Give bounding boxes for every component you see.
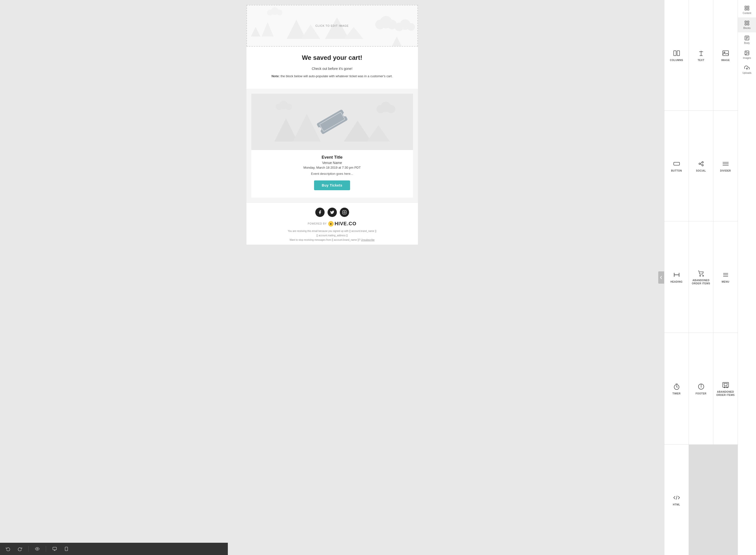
svg-marker-5 — [344, 27, 363, 39]
block-item-columns[interactable]: COLUMNS — [664, 0, 689, 110]
note-label: Note: — [272, 74, 280, 78]
nav-item-content[interactable]: Content — [738, 2, 756, 17]
svg-point-11 — [407, 23, 415, 31]
button-icon — [673, 160, 680, 167]
unsubscribe-link[interactable]: Unsubscribe — [361, 239, 375, 241]
svg-rect-78 — [747, 24, 749, 25]
block-item-text[interactable]: TEXT — [689, 0, 713, 110]
note-text: Note: the block below will auto-populate… — [261, 74, 403, 79]
svg-point-58 — [703, 275, 704, 276]
menu-icon — [722, 271, 729, 278]
block-label-text: TEXT — [698, 58, 705, 62]
note-body: the block below will auto-populate with … — [281, 74, 393, 78]
hive-logo-text: Hive.co — [335, 221, 357, 226]
cart-2-icon — [722, 381, 729, 388]
instagram-icon[interactable] — [340, 208, 349, 217]
image-placeholder-block[interactable]: CLICK TO EDIT IMAGE — [246, 5, 418, 47]
svg-marker-0 — [251, 27, 261, 37]
svg-marker-1 — [262, 22, 273, 37]
block-item-html[interactable]: HTML — [664, 445, 689, 555]
block-item-footer[interactable]: FOOTER — [689, 333, 713, 444]
footer-legal-text: You are receiving this email because you… — [246, 229, 418, 242]
svg-line-50 — [700, 164, 702, 165]
nav-label-uploads: Uploads — [743, 72, 752, 74]
image-placeholder-label: CLICK TO EDIT IMAGE — [316, 24, 349, 27]
svg-point-14 — [277, 10, 282, 15]
redo-button[interactable] — [16, 545, 24, 553]
images-icon — [744, 50, 750, 56]
ticket-block: Event Title Venue Name Monday, March 18 … — [246, 89, 418, 203]
bottom-toolbar — [0, 543, 228, 555]
block-item-abandoned-order[interactable]: ABANDONED ORDER ITEMS — [689, 221, 713, 333]
svg-point-25 — [285, 104, 292, 110]
nav-label-body: Body — [744, 42, 750, 44]
svg-rect-73 — [745, 9, 747, 10]
blocks-grid: COLUMNS TEXT IMAGE — [664, 0, 738, 555]
svg-rect-43 — [723, 51, 728, 56]
twitter-icon[interactable] — [328, 208, 337, 217]
desktop-view-button[interactable] — [50, 545, 59, 553]
powered-by-label: POWERED BY — [308, 222, 327, 225]
venue-name: Venue Name — [261, 161, 403, 165]
svg-point-32 — [37, 548, 38, 550]
buy-tickets-button[interactable]: Buy Tickets — [314, 180, 350, 190]
facebook-icon[interactable] — [315, 208, 325, 217]
footer-pre-unsubscribe: Want to stop receiving messages from [[ … — [290, 239, 360, 241]
event-title: Event Title — [261, 155, 403, 160]
nav-item-blocks[interactable]: Blocks — [738, 17, 756, 32]
social-icon — [698, 160, 705, 167]
email-canvas: CLICK TO EDIT IMAGE We saved your cart! … — [246, 5, 418, 245]
block-label-heading: HEADING — [670, 280, 683, 284]
block-item-heading[interactable]: HEADING — [664, 221, 689, 333]
uploads-icon — [744, 65, 750, 71]
undo-button[interactable] — [4, 545, 12, 553]
svg-point-22 — [387, 105, 395, 113]
hive-logo: ● Hive.co — [328, 221, 357, 226]
heading-icon — [673, 271, 680, 278]
svg-rect-75 — [745, 21, 747, 23]
svg-rect-45 — [674, 162, 679, 165]
svg-line-70 — [676, 496, 677, 500]
footer-line1: You are receiving this email because you… — [251, 229, 413, 233]
svg-rect-30 — [342, 211, 346, 214]
image-icon — [722, 50, 729, 57]
svg-rect-74 — [747, 9, 749, 10]
block-item-social[interactable]: SOCIAL — [689, 111, 713, 221]
html-icon — [673, 494, 680, 501]
svg-point-57 — [700, 275, 701, 276]
preview-button[interactable] — [33, 545, 41, 553]
nav-item-images[interactable]: Images — [738, 47, 756, 62]
right-panel: COLUMNS TEXT IMAGE — [664, 0, 738, 555]
far-right-nav: Content Blocks Body Images — [738, 0, 756, 555]
nav-item-uploads[interactable]: Uploads — [738, 62, 756, 77]
block-item-divider[interactable]: DIVIDER — [713, 111, 738, 221]
block-label-button: BUTTON — [671, 169, 682, 172]
content-icon — [744, 5, 750, 11]
block-item-image[interactable]: IMAGE — [713, 0, 738, 110]
block-item-timer[interactable]: TIMER — [664, 333, 689, 444]
block-item-abandoned-order-2[interactable]: ABANDONED ORDER ITEMS — [713, 333, 738, 444]
svg-rect-26 — [316, 110, 348, 134]
panel-collapse-button[interactable] — [658, 271, 664, 284]
ticket-image-area — [251, 94, 413, 150]
svg-marker-15 — [392, 37, 401, 46]
hive-dot: ● — [328, 221, 334, 226]
svg-rect-76 — [747, 21, 749, 23]
svg-rect-33 — [53, 547, 57, 550]
footer-line3: Want to stop receiving messages from [[ … — [251, 238, 413, 242]
footer-icon — [698, 383, 705, 390]
block-label-columns: COLUMNS — [670, 58, 683, 62]
svg-rect-39 — [677, 51, 679, 56]
blocks-icon — [744, 20, 750, 26]
block-label-timer: TIMER — [672, 392, 681, 395]
svg-rect-38 — [674, 51, 676, 56]
nav-item-body[interactable]: Body — [738, 32, 756, 47]
mobile-view-button[interactable] — [62, 545, 70, 553]
event-description: Event description goes here... — [261, 172, 403, 175]
svg-line-49 — [700, 163, 702, 164]
block-item-button[interactable]: BUTTON — [664, 111, 689, 221]
svg-marker-16 — [274, 118, 297, 141]
block-item-menu[interactable]: MENU — [713, 221, 738, 333]
svg-point-66 — [701, 385, 701, 385]
nav-label-content: Content — [743, 12, 751, 14]
